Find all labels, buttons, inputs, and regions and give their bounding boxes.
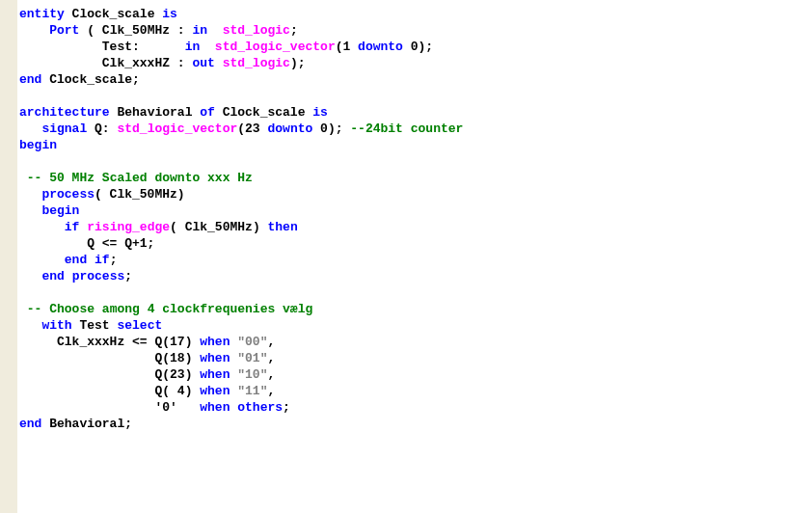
code-token: architecture — [19, 105, 110, 120]
code-line: Q( 4) when "11", — [19, 383, 463, 399]
code-line: Port ( Clk_50MHz : in std_logic; — [19, 22, 463, 39]
code-token: 0); — [403, 40, 433, 54]
code-token: then — [267, 220, 297, 234]
code-token: downto — [267, 122, 312, 136]
code-line: architecture Behavioral of Clock_scale i… — [19, 104, 463, 121]
code-token: ; — [283, 400, 290, 415]
code-token — [19, 122, 41, 136]
code-token — [19, 23, 49, 38]
code-token: in — [192, 23, 207, 38]
code-token: with — [41, 318, 71, 333]
code-token: end — [41, 269, 64, 284]
code-token: when — [200, 367, 230, 382]
code-token: Q <= Q+1; — [19, 236, 154, 251]
code-token: "11" — [237, 384, 267, 398]
code-token: 0); — [312, 122, 350, 136]
code-line: begin — [19, 137, 463, 153]
code-token — [19, 302, 27, 316]
code-token: out — [192, 56, 214, 70]
code-line: Clk_xxxHz <= Q(17) when "00", — [19, 334, 463, 350]
code-token: begin — [19, 138, 57, 152]
code-token: is — [162, 7, 177, 21]
code-token: std_logic_vector — [215, 40, 336, 54]
code-token: select — [117, 318, 162, 333]
code-token: Test: — [19, 40, 185, 54]
code-token: end — [19, 72, 41, 87]
code-token: Clock_scale; — [41, 72, 139, 87]
code-token — [19, 269, 41, 284]
code-token: in — [185, 40, 201, 54]
code-token: when — [200, 335, 230, 349]
code-token: rising_edge — [87, 220, 170, 234]
code-token: ( Clk_50MHz) — [170, 220, 267, 234]
code-token: ; — [124, 269, 132, 284]
code-token — [19, 187, 41, 202]
code-token: ( Clk_50MHz) — [95, 187, 185, 202]
code-line: Q(18) when "01", — [19, 350, 463, 366]
code-token: ( Clk_50MHz : — [79, 23, 192, 38]
code-line: entity Clock_scale is — [19, 6, 463, 22]
editor-gutter — [0, 0, 17, 513]
code-token — [19, 220, 65, 234]
code-token: Q( 4) — [19, 384, 200, 398]
code-token: -- Choose among 4 clockfrequenies vælg — [27, 302, 312, 316]
code-line: Clk_xxxHZ : out std_logic); — [19, 55, 463, 71]
code-token: Clock_scale — [215, 105, 312, 120]
code-token — [200, 40, 215, 54]
code-token: ; — [110, 253, 118, 267]
code-token: Behavioral; — [41, 417, 132, 431]
code-line: begin — [19, 202, 463, 219]
code-token: (23 — [237, 122, 267, 136]
code-token: of — [200, 105, 215, 120]
code-token: downto — [358, 40, 403, 54]
code-token: std_logic — [223, 23, 290, 38]
code-token: end — [19, 417, 41, 431]
code-line: end Behavioral; — [19, 416, 463, 432]
code-area: entity Clock_scale is Port ( Clk_50MHz :… — [17, 0, 463, 513]
code-token: --24bit counter — [350, 122, 463, 136]
code-token: if — [95, 253, 110, 267]
code-line: if rising_edge( Clk_50MHz) then — [19, 219, 463, 235]
code-token: ); — [290, 56, 306, 70]
code-token: ; — [290, 23, 298, 38]
code-token: process — [72, 269, 125, 284]
code-line — [19, 284, 463, 301]
code-token: when — [200, 351, 230, 365]
code-line: process( Clk_50MHz) — [19, 186, 463, 202]
code-token: is — [312, 105, 328, 120]
code-token: , — [267, 335, 275, 349]
code-line: end Clock_scale; — [19, 71, 463, 88]
code-token: process — [41, 187, 95, 202]
code-token: Clock_scale — [65, 7, 162, 21]
code-token: Port — [49, 23, 79, 38]
code-line — [19, 88, 463, 104]
code-token: , — [267, 367, 275, 382]
code-line: Q(23) when "10", — [19, 366, 463, 383]
code-token: , — [267, 351, 275, 365]
code-line: '0' when others; — [19, 399, 463, 416]
code-token — [87, 253, 95, 267]
code-token — [19, 171, 27, 185]
code-token: begin — [41, 203, 79, 218]
code-token: std_logic_vector — [117, 122, 237, 136]
code-line: signal Q: std_logic_vector(23 downto 0);… — [19, 121, 463, 137]
code-line: Test: in std_logic_vector(1 downto 0); — [19, 39, 463, 55]
code-token: , — [267, 384, 275, 398]
code-token — [65, 269, 72, 284]
code-token: end — [65, 253, 87, 267]
code-token: (1 — [336, 40, 358, 54]
code-token: "00" — [237, 335, 267, 349]
code-line: end if; — [19, 252, 463, 268]
code-line: -- Choose among 4 clockfrequenies vælg — [19, 301, 463, 317]
code-token: Q(18) — [19, 351, 200, 365]
code-line: with Test select — [19, 317, 463, 334]
code-token: Behavioral — [110, 105, 201, 120]
code-token: entity — [19, 7, 65, 21]
code-token: when — [200, 400, 230, 415]
code-token: Test — [72, 318, 118, 333]
code-token: Clk_xxxHZ : — [19, 56, 192, 70]
code-token: "10" — [237, 367, 267, 382]
code-line: Q <= Q+1; — [19, 235, 463, 252]
code-token: Q: — [87, 122, 117, 136]
code-token: "01" — [237, 351, 267, 365]
